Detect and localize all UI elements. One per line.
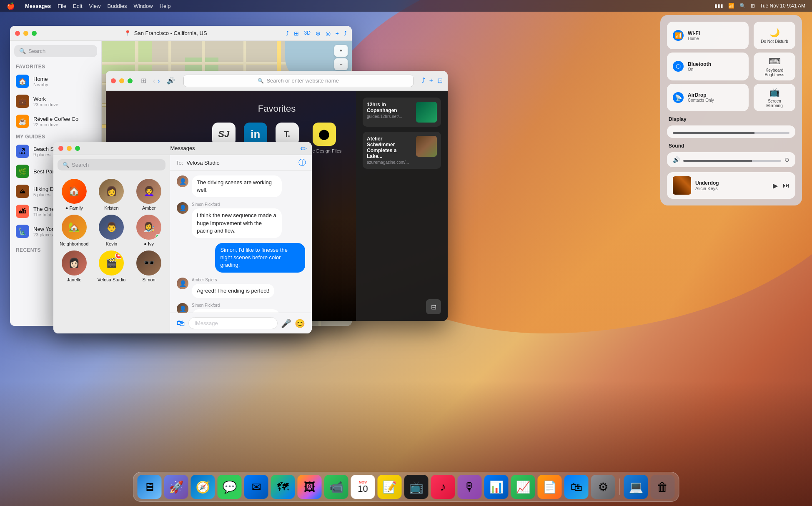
browser-back[interactable]: ‹	[153, 77, 155, 85]
messages-minimize-button[interactable]	[67, 146, 72, 151]
contact-amber[interactable]: 👩‍🦱 Amber	[132, 179, 165, 210]
dock-photos[interactable]: 🖼	[298, 475, 322, 499]
reading-item-1[interactable]: Atelier Schwimmer Completes a Lake... az…	[363, 132, 441, 169]
maps-search-bar[interactable]: 🔍 Search	[14, 45, 97, 57]
hiking-icon: ⛰	[16, 185, 29, 198]
messages-appstore-icon[interactable]: 🛍	[177, 318, 185, 328]
next-button[interactable]: ⏭	[783, 182, 789, 189]
minimize-button[interactable]	[23, 31, 28, 36]
dock-launchpad[interactable]: 🚀	[164, 475, 188, 499]
contact-neighborhood[interactable]: 🏡 Home! Neighborhood	[58, 215, 91, 246]
dock-keynote[interactable]: 📊	[484, 475, 509, 499]
maps-share2-icon[interactable]: ⤴	[344, 30, 347, 37]
contact-family[interactable]: 🏠 ● Family	[58, 179, 91, 210]
notes-icon: 📝	[382, 480, 397, 494]
reading-list-filter[interactable]: ⊟	[426, 299, 441, 314]
messages-input-area: 🛍 iMessage 🎤 😊	[170, 313, 312, 333]
menubar-help[interactable]: Help	[160, 3, 171, 9]
maps-3d-icon[interactable]: 3D	[304, 30, 310, 37]
contact-velosa[interactable]: 🎬 ❤ Velosa Studio	[95, 250, 128, 282]
contact-ivy[interactable]: 👩‍🎨 ● Ivy	[132, 215, 165, 246]
maximize-button[interactable]	[32, 31, 37, 36]
dock-system-preferences[interactable]: ⚙	[591, 475, 615, 499]
menubar-window[interactable]: Window	[133, 3, 153, 9]
maps-location-btn[interactable]: ◎	[326, 30, 331, 37]
cc-wifi-tile[interactable]: 📶 Wi-Fi Home	[667, 22, 749, 49]
browser-fav-tdf[interactable]: ⬤ The Design Files	[307, 123, 342, 153]
dock-notes[interactable]: 📝	[378, 475, 402, 499]
np-title: Underdog	[695, 180, 769, 186]
menubar-app-name[interactable]: Messages	[25, 3, 51, 9]
menubar-wifi-icon[interactable]: 📶	[728, 3, 734, 9]
podcasts-icon: 🎙	[464, 480, 476, 494]
dock-music[interactable]: ♪	[431, 475, 455, 499]
maps-grid-icon[interactable]: ⊞	[294, 30, 299, 37]
contact-simon[interactable]: 🕶️ Simon	[132, 250, 165, 282]
display-brightness-slider[interactable]	[673, 132, 789, 134]
cc-keyboard-tile[interactable]: ⌨ Keyboard Brightness	[754, 53, 795, 80]
menubar-view[interactable]: View	[89, 3, 101, 9]
kristen-name: Kristen	[104, 205, 118, 210]
menubar-control-center-icon[interactable]: ⊞	[751, 3, 755, 9]
messages-search-bar[interactable]: 🔍 Search	[58, 159, 165, 170]
volume-slider[interactable]	[683, 160, 781, 162]
browser-new-tab-icon[interactable]: +	[429, 77, 433, 85]
browser-minimize-button[interactable]	[119, 78, 124, 83]
messages-audio-icon[interactable]: 🎤	[281, 318, 291, 328]
maps-work-item[interactable]: 💼 Work 23 min drive	[10, 91, 101, 111]
maps-home-item[interactable]: 🏠 Home Nearby	[10, 71, 101, 91]
dock-messages[interactable]: 💬	[218, 475, 242, 499]
cc-airdrop-tile[interactable]: 📡 AirDrop Contacts Only	[667, 84, 749, 111]
dock-maps[interactable]: 🗺	[271, 475, 295, 499]
volume-adjust-icon[interactable]: ⊙	[784, 156, 789, 163]
maps-coffee-item[interactable]: ☕ Réveille Coffee Co 22 min drive	[10, 111, 101, 131]
apple-menu[interactable]: 🍎	[7, 2, 15, 10]
menubar-edit[interactable]: Edit	[73, 3, 82, 9]
browser-sidebar-toggle[interactable]: ⊞	[141, 77, 146, 85]
close-button[interactable]	[15, 31, 20, 36]
dock-numbers[interactable]: 📈	[511, 475, 535, 499]
maps-share-icon[interactable]: ⤴	[286, 30, 289, 37]
bluetooth-icon: ⬡	[673, 61, 684, 72]
browser-maximize-button[interactable]	[128, 78, 133, 83]
dock-trash[interactable]: 🗑	[651, 475, 675, 499]
browser-close-button[interactable]	[111, 78, 116, 83]
maps-plus-icon[interactable]: +	[336, 30, 339, 37]
dock-calendar[interactable]: NOV 10	[351, 475, 375, 499]
menubar: 🍎 Messages File Edit View Buddies Window…	[0, 0, 812, 12]
messages-close-button[interactable]	[58, 146, 63, 151]
contact-kevin[interactable]: 👨 Kevin	[95, 215, 128, 246]
browser-address-bar[interactable]: 🔍 Search or enter website name	[183, 75, 414, 87]
menubar-file[interactable]: File	[58, 3, 66, 9]
messages-info-button[interactable]: ⓘ	[298, 158, 306, 168]
dock-appstore[interactable]: 🛍	[564, 475, 589, 499]
dock-mail[interactable]: ✉	[244, 475, 268, 499]
browser-forward[interactable]: ›	[158, 77, 160, 85]
contact-kristen[interactable]: 👩 Kristen	[95, 179, 128, 210]
play-button[interactable]: ▶	[773, 182, 778, 190]
dock-safari[interactable]: 🧭	[191, 475, 215, 499]
browser-tabs-icon[interactable]: ⊡	[437, 77, 443, 85]
dock-finder-2[interactable]: 💻	[624, 475, 648, 499]
menubar-search-icon[interactable]: 🔍	[739, 3, 746, 9]
compose-button[interactable]: ✏	[301, 144, 307, 153]
dock-finder[interactable]: 🖥	[138, 475, 162, 499]
cc-dnd-tile[interactable]: 🌙 Do Not Disturb	[754, 22, 795, 49]
dock-appletv[interactable]: 📺	[404, 475, 429, 499]
messages-emoji-icon[interactable]: 😊	[295, 318, 305, 328]
messages-input-field[interactable]: iMessage	[188, 317, 278, 329]
maps-layers-icon[interactable]: ⊚	[316, 30, 321, 37]
dock-podcasts[interactable]: 🎙	[458, 475, 482, 499]
reading-item-0[interactable]: 12hrs in Copenhagen guides.12hrs.net/...	[363, 98, 441, 127]
map-zoom-in[interactable]: +	[334, 45, 348, 57]
ivy-avatar: 👩‍🎨	[136, 215, 161, 240]
map-zoom-out[interactable]: −	[334, 58, 348, 70]
cc-screen-mirroring-tile[interactable]: 📺 Screen Mirroring	[754, 84, 795, 111]
browser-share-icon[interactable]: ⤴	[422, 77, 425, 85]
dock-pages[interactable]: 📄	[538, 475, 562, 499]
messages-maximize-button[interactable]	[75, 146, 80, 151]
menubar-buddies[interactable]: Buddies	[107, 3, 127, 9]
contact-janelle[interactable]: 👩🏻 Janelle	[58, 250, 91, 282]
cc-bluetooth-tile[interactable]: ⬡ Bluetooth On	[667, 53, 749, 80]
dock-facetime[interactable]: 📹	[324, 475, 348, 499]
